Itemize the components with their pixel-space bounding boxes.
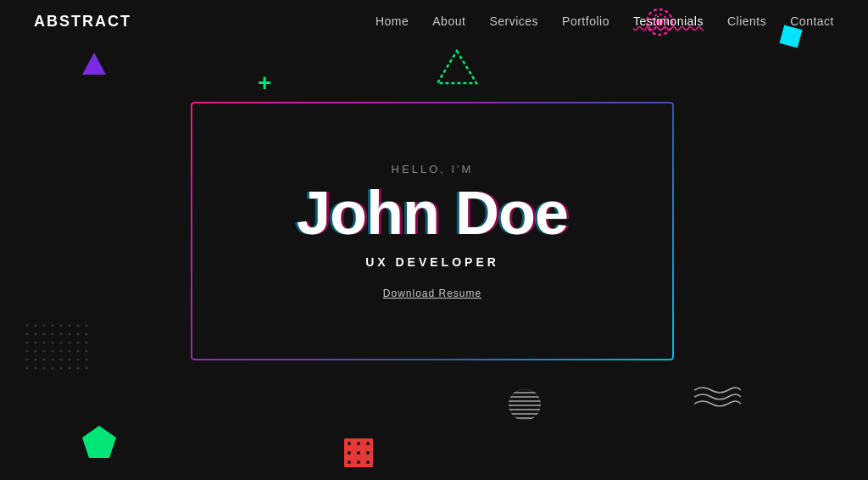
nav-link-testimonials[interactable]: Testimonials	[633, 14, 704, 28]
hero-greeting: HELLO, I'M	[392, 163, 474, 176]
deco-dotted-square-bottom	[343, 438, 374, 472]
nav-item-about[interactable]: About	[432, 14, 465, 29]
hero-card: HELLO, I'M John Doe UX DEVELOPER Downloa…	[191, 102, 674, 360]
svg-marker-14	[82, 426, 116, 458]
svg-point-18	[366, 442, 370, 445]
deco-plus-green: +	[258, 70, 271, 97]
nav-item-clients[interactable]: Clients	[727, 14, 766, 29]
svg-rect-15	[344, 438, 373, 467]
svg-point-19	[348, 451, 351, 455]
svg-point-4	[509, 389, 540, 420]
navbar: ABSTRACT Home About Services Portfolio T…	[0, 0, 868, 42]
nav-item-services[interactable]: Services	[489, 14, 538, 29]
deco-waves-bottomright	[694, 383, 741, 412]
nav-item-contact[interactable]: Contact	[790, 14, 834, 29]
nav-link-contact[interactable]: Contact	[790, 14, 834, 28]
svg-point-12	[509, 389, 540, 420]
svg-point-20	[357, 451, 360, 455]
svg-rect-26	[25, 324, 93, 375]
svg-point-16	[348, 442, 351, 445]
nav-link-about[interactable]: About	[432, 14, 465, 28]
deco-triangle-topleft	[82, 53, 106, 75]
svg-point-13	[510, 390, 539, 419]
nav-item-home[interactable]: Home	[376, 14, 409, 29]
deco-pentagon-bottomleft	[81, 424, 118, 463]
nav-link-home[interactable]: Home	[376, 14, 409, 28]
nav-item-portfolio[interactable]: Portfolio	[562, 14, 609, 29]
svg-point-21	[366, 451, 370, 455]
brand-logo[interactable]: ABSTRACT	[34, 13, 131, 31]
svg-point-22	[348, 460, 351, 464]
svg-marker-0	[437, 51, 476, 83]
nav-link-clients[interactable]: Clients	[727, 14, 766, 28]
nav-link-services[interactable]: Services	[489, 14, 538, 28]
deco-circle-stripes	[509, 388, 541, 421]
nav-link-portfolio[interactable]: Portfolio	[562, 14, 609, 28]
nav-links: Home About Services Portfolio Testimonia…	[376, 14, 834, 29]
hero-name: John Doe	[297, 182, 568, 243]
svg-point-24	[366, 460, 370, 464]
svg-point-23	[357, 460, 360, 464]
svg-point-17	[357, 442, 360, 445]
nav-item-testimonials[interactable]: Testimonials	[633, 14, 704, 29]
download-resume-button[interactable]: Download Resume	[383, 287, 481, 299]
hero-role: UX DEVELOPER	[365, 255, 499, 269]
deco-grid-bottomleft	[25, 324, 93, 378]
deco-triangle-topcenter	[436, 49, 478, 88]
